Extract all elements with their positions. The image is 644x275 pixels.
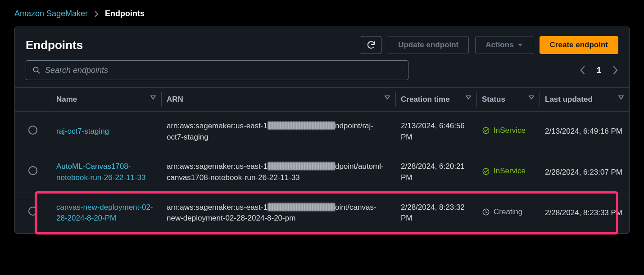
status-badge: InService: [482, 166, 526, 177]
endpoint-arn: arn:aws:sagemaker:us-east-1ndpoint/raj-o…: [167, 122, 373, 141]
chevron-right-icon: [94, 11, 99, 17]
sort-icon: [529, 95, 534, 99]
sort-icon: [385, 95, 390, 99]
redacted-segment: [268, 162, 335, 170]
sort-icon: [466, 95, 471, 99]
button-label: Create endpoint: [550, 41, 608, 50]
sort-icon: [618, 95, 624, 99]
creation-time: 2/13/2024, 6:46:56 PM: [395, 112, 476, 152]
endpoints-panel: Endpoints Update endpoint Actions Create…: [14, 27, 630, 234]
col-label: Name: [56, 95, 77, 104]
button-label: Actions: [485, 41, 513, 50]
last-updated: 2/13/2024, 6:49:16 PM: [540, 112, 629, 152]
status-text: InService: [494, 125, 526, 136]
pagination: 1: [580, 66, 618, 75]
endpoint-name-link[interactable]: AutoML-Canvas1708-notebook-run-26-22-11-…: [56, 162, 145, 182]
refresh-icon: [366, 40, 376, 50]
search-box[interactable]: [26, 60, 408, 80]
breadcrumb-current: Endpoints: [105, 9, 145, 18]
page-title: Endpoints: [26, 38, 83, 52]
status-text: Creating: [494, 207, 522, 218]
creation-time: 2/28/2024, 8:23:32 PM: [395, 193, 476, 233]
row-select-radio[interactable]: [28, 126, 37, 135]
redacted-segment: [268, 203, 335, 211]
status-icon: [482, 208, 490, 216]
col-label: Last updated: [545, 95, 593, 104]
page-number: 1: [597, 66, 601, 75]
status-badge: Creating: [482, 207, 522, 218]
col-status[interactable]: Status: [476, 88, 540, 112]
button-label: Update endpoint: [398, 41, 458, 50]
status-badge: InService: [482, 125, 526, 136]
last-updated: 2/28/2024, 6:23:07 PM: [540, 152, 629, 193]
col-name[interactable]: Name: [51, 88, 161, 112]
table-row: AutoML-Canvas1708-notebook-run-26-22-11-…: [15, 152, 629, 193]
last-updated: 2/28/2024, 8:23:33 PM: [540, 193, 629, 233]
status-icon: [482, 126, 490, 135]
col-arn[interactable]: ARN: [161, 88, 395, 112]
search-icon: [32, 66, 41, 74]
row-select-radio[interactable]: [28, 166, 37, 175]
breadcrumb: Amazon SageMaker Endpoints: [14, 9, 630, 18]
row-select-radio[interactable]: [28, 207, 37, 216]
creation-time: 2/28/2024, 6:20:21 PM: [395, 152, 476, 193]
col-label: Status: [482, 95, 505, 104]
update-endpoint-button[interactable]: Update endpoint: [388, 36, 469, 54]
col-last-updated[interactable]: Last updated: [540, 88, 629, 112]
redacted-segment: [268, 122, 335, 130]
endpoint-arn: arn:aws:sagemaker:us-east-1oint/canvas-n…: [167, 203, 376, 223]
col-creation-time[interactable]: Creation time: [395, 88, 476, 112]
table-row: raj-oct7-staging arn:aws:sagemaker:us-ea…: [15, 112, 629, 152]
actions-button[interactable]: Actions: [475, 36, 533, 54]
breadcrumb-root-link[interactable]: Amazon SageMaker: [14, 9, 88, 18]
sort-icon: [150, 95, 156, 99]
col-select: [15, 88, 51, 112]
search-input[interactable]: [45, 66, 402, 75]
prev-page-button[interactable]: [580, 66, 586, 75]
col-label: Creation time: [401, 95, 450, 104]
endpoint-name-link[interactable]: canvas-new-deployment-02-28-2024-8-20-PM: [56, 203, 153, 223]
caret-down-icon: [517, 43, 523, 47]
status-text: InService: [494, 166, 526, 177]
refresh-button[interactable]: [361, 36, 381, 54]
status-icon: [482, 167, 490, 176]
endpoint-arn: arn:aws:sagemaker:us-east-1dpoint/automl…: [167, 162, 384, 182]
endpoints-table: Name ARN Creation time Status: [15, 87, 629, 233]
next-page-button[interactable]: [612, 66, 618, 75]
create-endpoint-button[interactable]: Create endpoint: [540, 36, 618, 54]
endpoint-name-link[interactable]: raj-oct7-staging: [56, 127, 109, 135]
col-label: ARN: [167, 95, 183, 104]
table-row: canvas-new-deployment-02-28-2024-8-20-PM…: [15, 193, 629, 233]
